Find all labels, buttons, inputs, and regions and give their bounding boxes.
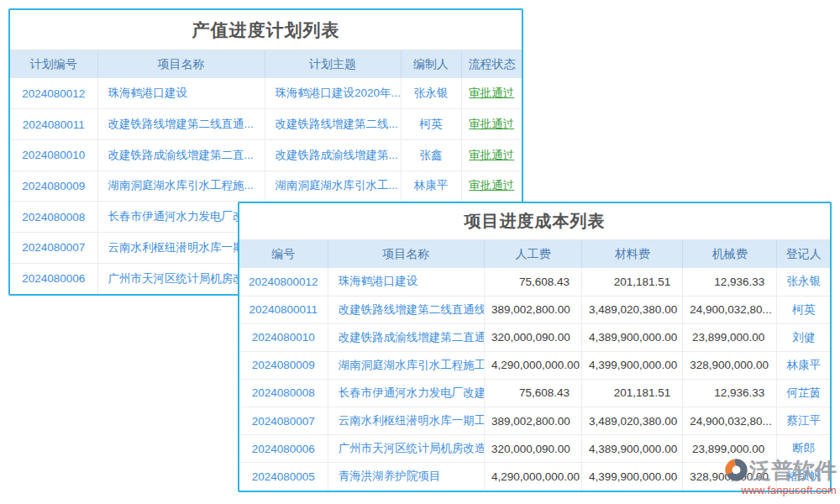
- id-link-cell[interactable]: 20240800012: [239, 268, 328, 296]
- text-link-cell[interactable]: 何芷茵: [777, 379, 830, 407]
- amount-cell: 389,002,800.00: [484, 407, 581, 434]
- amount-cell: 4,290,000,000.00: [484, 463, 581, 491]
- id-link-cell[interactable]: 2024080010: [239, 323, 328, 351]
- amount-cell: 4,290,000,000.00: [484, 351, 581, 379]
- amount-cell: 75,608.43: [484, 379, 581, 407]
- amount-cell: 23,899,000.00: [683, 323, 777, 351]
- text-link-cell[interactable]: 林康平: [401, 171, 461, 202]
- id-link-cell[interactable]: 2024080009: [239, 351, 328, 379]
- id-link-cell[interactable]: 2024080007: [239, 407, 328, 434]
- id-link-cell[interactable]: 2024080006: [239, 435, 328, 463]
- amount-cell: 328,900,000.00: [683, 463, 777, 491]
- status-cell[interactable]: 审批通过: [461, 171, 522, 202]
- amount-cell: 24,900,032,80...: [683, 407, 777, 434]
- table-row: 20240800011改建铁路线增建第二线直通线...389,002,800.0…: [239, 296, 830, 323]
- text-link-cell[interactable]: 珠海鹤港口建设: [328, 268, 484, 296]
- text-link-cell[interactable]: 改建铁路线增建第二线直通...: [97, 109, 265, 140]
- table-row: 20240800012珠海鹤港口建设75,608.43201,181.5112,…: [239, 268, 830, 296]
- id-link-cell[interactable]: 2024080011: [10, 109, 97, 140]
- text-link-cell[interactable]: 长春市伊通河水力发电厂改建...: [328, 379, 484, 407]
- text-link-cell[interactable]: 蔡江平: [777, 407, 830, 434]
- table-row: 2024080006广州市天河区统计局机房改造...320,000,090.00…: [239, 435, 830, 463]
- column-header: 编号: [239, 240, 328, 268]
- text-link-cell[interactable]: 广州市天河区统计局机房改造...: [328, 435, 484, 463]
- text-link-cell[interactable]: 林康平: [777, 351, 830, 379]
- table-row: 2024080011改建铁路线增建第二线直通...改建铁路线增建第二线...柯英…: [10, 109, 522, 140]
- text-link-cell[interactable]: 褚绩帆: [777, 463, 830, 491]
- amount-cell: 4,399,900,000.00: [582, 463, 683, 491]
- text-link-cell[interactable]: 湖南洞庭湖水库引水工程施...: [97, 171, 265, 202]
- id-link-cell[interactable]: 2024080008: [239, 379, 328, 407]
- header-row: 计划编号项目名称计划主题编制人流程状态: [10, 50, 522, 78]
- table-row: 2024080009湖南洞庭湖水库引水工程施工...4,290,000,000.…: [239, 351, 830, 379]
- id-link-cell[interactable]: 20240800011: [239, 296, 328, 323]
- text-link-cell[interactable]: 改建铁路成渝线增建第二直通...: [328, 323, 484, 351]
- text-link-cell[interactable]: 刘健: [777, 323, 830, 351]
- text-link-cell[interactable]: 改建铁路成渝线增建第二直...: [97, 139, 265, 171]
- project-cost-window: 项目进度成本列表 编号项目名称人工费材料费机械费登记人20240800012珠海…: [238, 202, 832, 492]
- project-cost-table: 编号项目名称人工费材料费机械费登记人20240800012珠海鹤港口建设75,6…: [239, 240, 830, 491]
- table-row: 2024080010改建铁路成渝线增建第二直通...320,000,090.00…: [239, 323, 830, 351]
- amount-cell: 75,608.43: [484, 268, 581, 296]
- table-row: 2024080012珠海鹤港口建设珠海鹤港口建设2020年...张永银审批通过: [10, 78, 522, 109]
- column-header: 计划编号: [10, 50, 97, 78]
- table-row: 2024080010改建铁路成渝线增建第二直...改建铁路成渝线增建第...张鑫…: [10, 139, 522, 171]
- text-link-cell[interactable]: 柯英: [777, 296, 830, 323]
- amount-cell: 4,389,900,000.00: [582, 323, 683, 351]
- text-link-cell[interactable]: 断郎: [777, 435, 830, 463]
- id-link-cell[interactable]: 2024080012: [10, 78, 97, 109]
- amount-cell: 23,899,000.00: [683, 435, 777, 463]
- status-cell[interactable]: 审批通过: [461, 109, 522, 140]
- text-link-cell[interactable]: 张鑫: [401, 139, 461, 171]
- column-header: 项目名称: [97, 50, 265, 78]
- id-link-cell[interactable]: 2024080005: [239, 463, 328, 491]
- text-link-cell[interactable]: 改建铁路线增建第二线...: [265, 109, 401, 140]
- text-link-cell[interactable]: 湖南洞庭湖水库引水工程施工...: [328, 351, 484, 379]
- id-link-cell[interactable]: 2024080008: [10, 202, 97, 233]
- amount-cell: 328,900,000.00: [683, 351, 777, 379]
- text-link-cell[interactable]: 湖南洞庭湖水库引水工...: [265, 171, 401, 202]
- table-row: 2024080007云南水利枢纽潜明水库一期工...389,002,800.00…: [239, 407, 830, 434]
- table-row: 2024080005青海洪湖养护院项目4,290,000,000.004,399…: [239, 463, 830, 491]
- header-row: 编号项目名称人工费材料费机械费登记人: [239, 240, 830, 268]
- column-header: 流程状态: [461, 50, 522, 78]
- status-cell[interactable]: 审批通过: [461, 139, 522, 171]
- column-header: 项目名称: [328, 240, 484, 268]
- output-value-plan-title: 产值进度计划列表: [10, 10, 522, 50]
- text-link-cell[interactable]: 珠海鹤港口建设: [97, 78, 265, 109]
- column-header: 人工费: [484, 240, 581, 268]
- amount-cell: 201,181.51: [582, 379, 683, 407]
- amount-cell: 12,936.33: [683, 379, 777, 407]
- column-header: 编制人: [401, 50, 461, 78]
- amount-cell: 320,000,090.00: [484, 323, 581, 351]
- column-header: 机械费: [683, 240, 777, 268]
- column-header: 计划主题: [265, 50, 401, 78]
- id-link-cell[interactable]: 2024080006: [10, 263, 97, 294]
- amount-cell: 3,489,020,380.00: [582, 407, 683, 434]
- table-row: 2024080008长春市伊通河水力发电厂改建...75,608.43201,1…: [239, 379, 830, 407]
- text-link-cell[interactable]: 张永银: [777, 268, 830, 296]
- id-link-cell[interactable]: 2024080010: [10, 139, 97, 171]
- amount-cell: 201,181.51: [582, 268, 683, 296]
- amount-cell: 4,389,900,000.00: [582, 435, 683, 463]
- amount-cell: 12,936.33: [683, 268, 777, 296]
- amount-cell: 4,399,900,000.00: [582, 351, 683, 379]
- text-link-cell[interactable]: 改建铁路成渝线增建第...: [265, 139, 401, 171]
- status-cell[interactable]: 审批通过: [461, 78, 522, 109]
- text-link-cell[interactable]: 青海洪湖养护院项目: [328, 463, 484, 491]
- amount-cell: 3,489,020,380.00: [582, 296, 683, 323]
- text-link-cell[interactable]: 柯英: [401, 109, 461, 140]
- id-link-cell[interactable]: 2024080007: [10, 232, 97, 263]
- amount-cell: 389,002,800.00: [484, 296, 581, 323]
- amount-cell: 24,900,032,80...: [683, 296, 777, 323]
- text-link-cell[interactable]: 张永银: [401, 78, 461, 109]
- column-header: 登记人: [777, 240, 830, 268]
- column-header: 材料费: [582, 240, 683, 268]
- text-link-cell[interactable]: 珠海鹤港口建设2020年...: [265, 78, 401, 109]
- text-link-cell[interactable]: 改建铁路线增建第二线直通线...: [328, 296, 484, 323]
- amount-cell: 320,000,090.00: [484, 435, 581, 463]
- id-link-cell[interactable]: 2024080009: [10, 171, 97, 202]
- project-cost-title: 项目进度成本列表: [239, 203, 830, 240]
- table-row: 2024080009湖南洞庭湖水库引水工程施...湖南洞庭湖水库引水工...林康…: [10, 171, 522, 202]
- text-link-cell[interactable]: 云南水利枢纽潜明水库一期工...: [328, 407, 484, 434]
